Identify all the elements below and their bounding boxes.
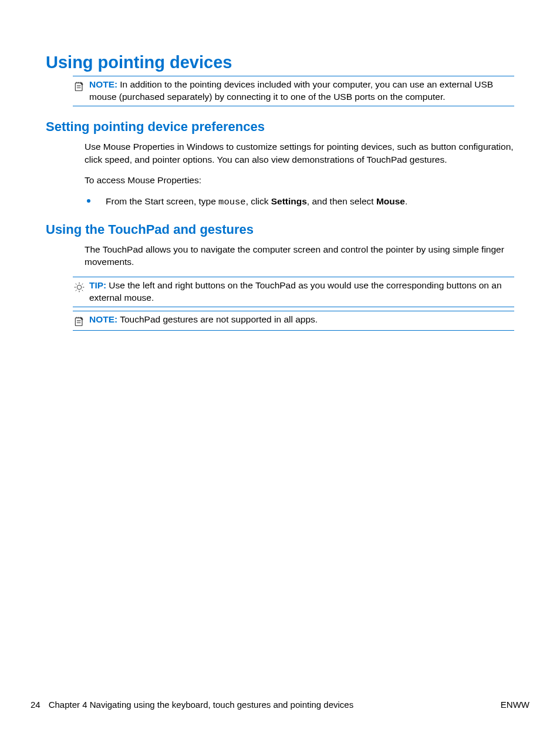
bullet-text-post: . — [405, 196, 407, 206]
heading-using-pointing-devices: Using pointing devices — [46, 53, 514, 72]
note-icon — [73, 315, 86, 328]
page-footer: 24 Chapter 4 Navigating using the keyboa… — [31, 700, 529, 710]
footer-left: 24 Chapter 4 Navigating using the keyboa… — [31, 700, 353, 710]
tip-text: Use the left and right buttons on the To… — [89, 280, 502, 303]
paragraph-touchpad-intro: The TouchPad allows you to navigate the … — [85, 243, 514, 268]
page-number: 24 — [31, 700, 41, 710]
tip-body: TIP:Use the left and right buttons on th… — [89, 280, 514, 304]
note2-body: NOTE:TouchPad gestures are not supported… — [89, 314, 514, 326]
footer-lang: ENWW — [501, 700, 529, 710]
note-text: In addition to the pointing devices incl… — [89, 79, 493, 102]
bullet-text-mid: , click — [246, 196, 271, 206]
paragraph-mouse-properties: Use Mouse Properties in Windows to custo… — [85, 140, 514, 166]
bullet-text-mouse: Mouse — [376, 196, 405, 206]
tip-callout: TIP:Use the left and right buttons on th… — [73, 277, 514, 307]
note-callout-2: NOTE:TouchPad gestures are not supported… — [73, 311, 514, 331]
paragraph-access-mouse: To access Mouse Properties: — [85, 174, 514, 187]
note-body: NOTE:In addition to the pointing devices… — [89, 79, 514, 103]
bullet-item-start-screen: From the Start screen, type mouse, click… — [85, 195, 514, 209]
bullet-text-settings: Settings — [271, 196, 307, 206]
svg-point-1 — [77, 285, 82, 290]
chapter-title: Chapter 4 Navigating using the keyboard,… — [49, 700, 354, 710]
note-label: NOTE: — [89, 79, 117, 89]
note2-label: NOTE: — [89, 314, 117, 324]
note-callout-1: NOTE:In addition to the pointing devices… — [73, 76, 514, 106]
bullet-text-mono: mouse — [218, 197, 246, 207]
page: Using pointing devices NOTE:In addition … — [0, 0, 560, 746]
heading-using-touchpad: Using the TouchPad and gestures — [46, 222, 514, 237]
note2-text: TouchPad gestures are not supported in a… — [120, 314, 318, 324]
bullet-text-mid2: , and then select — [307, 196, 376, 206]
heading-setting-preferences: Setting pointing device preferences — [46, 119, 514, 135]
tip-label: TIP: — [89, 280, 106, 290]
tip-icon — [73, 281, 86, 294]
bullet-text-pre: From the Start screen, type — [106, 196, 218, 206]
note-icon — [73, 80, 86, 93]
bullet-list: From the Start screen, type mouse, click… — [85, 195, 514, 209]
